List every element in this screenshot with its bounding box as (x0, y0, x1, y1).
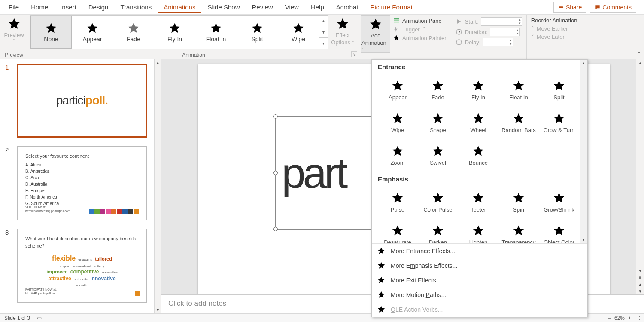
svg-rect-0 (394, 18, 399, 20)
effect-options-button[interactable]: Effect Options ˅ (328, 15, 357, 46)
slide2-option: D. Australia (25, 181, 139, 187)
logo-text: part (282, 148, 345, 198)
slide-thumbnail-2[interactable]: Select your favourite continent A. Afric… (17, 146, 147, 220)
comments-button[interactable]: Comments (590, 2, 636, 13)
menu-bar: File Home Insert Design Transitions Anim… (0, 0, 644, 15)
slide-thumbnail-panel: 1 participoll. 2 Select your favourite c… (0, 59, 161, 313)
zoom-in[interactable]: + (628, 315, 631, 321)
fit-window[interactable]: ⛶ (635, 315, 640, 321)
emphasis-color-pulse[interactable]: Color Pulse (418, 186, 458, 218)
thumb-number-2: 2 (5, 146, 13, 220)
resize-handle[interactable] (273, 227, 278, 231)
zoom-level[interactable]: 62% (614, 315, 625, 321)
emphasis-darken[interactable]: Darken (418, 219, 458, 243)
advanced-group-label (361, 53, 449, 60)
preview-group-label: Preview (2, 52, 26, 59)
entrance-fly-in[interactable]: Fly In (459, 74, 498, 106)
slide-thumbnail-3[interactable]: What word best describes our new company… (17, 229, 147, 303)
emphasis-transparency[interactable]: Transparency (499, 219, 538, 243)
slide2-option: A. Africa (25, 162, 139, 168)
animation-group-label: Animation (30, 52, 357, 59)
timing-duration[interactable]: Duration:▴▾ (456, 28, 522, 36)
entrance-bounce[interactable]: Bounce (459, 139, 498, 171)
entrance-split[interactable]: Split (539, 74, 579, 106)
zoom-out[interactable]: − (608, 315, 611, 321)
menu-slideshow[interactable]: Slide Show (201, 1, 246, 13)
entrance-appear[interactable]: Appear (378, 74, 417, 106)
dropdown-scrollbar[interactable]: ▲▼ (580, 60, 587, 243)
thumb-number-3: 3 (5, 229, 13, 303)
move-earlier-button[interactable]: ˄ Move Earlier (531, 25, 577, 32)
accessibility-icon[interactable]: ▭ (37, 315, 42, 321)
editor-scrollbar[interactable]: ▲▼ ≡▲▼ (636, 59, 644, 294)
animation-gallery[interactable]: None Appear Fade Fly In Float In Split W… (30, 15, 328, 49)
emphasis-object-color[interactable]: Object Color (539, 219, 579, 243)
anim-fade[interactable]: Fade (113, 16, 154, 49)
preview-button[interactable]: Preview˅ (2, 15, 26, 43)
more-more-entrance-effects-[interactable]: More Entrance Effects... (372, 244, 587, 258)
slide-thumbnail-1[interactable]: participoll. (17, 64, 147, 138)
menu-picture-format[interactable]: Picture Format (364, 1, 418, 13)
anim-appear[interactable]: Appear (72, 16, 113, 49)
timing-start[interactable]: Start:▴▾ (456, 17, 522, 26)
menu-transitions[interactable]: Transitions (114, 1, 158, 13)
entrance-float-in[interactable]: Float In (499, 74, 538, 106)
timing-delay[interactable]: Delay:▴▾ (456, 38, 522, 46)
entrance-fade[interactable]: Fade (418, 74, 458, 106)
menu-home[interactable]: Home (25, 1, 54, 13)
menu-insert[interactable]: Insert (54, 1, 82, 13)
entrance-random-bars[interactable]: Random Bars (499, 107, 538, 138)
entrance-shape[interactable]: Shape (418, 107, 458, 138)
trigger-button[interactable]: Trigger ˅ (393, 26, 447, 33)
anim-flyin[interactable]: Fly In (154, 16, 195, 49)
menu-animations[interactable]: Animations (158, 1, 201, 13)
entrance-wheel[interactable]: Wheel (459, 107, 498, 138)
slide2-option: F. North America (25, 194, 139, 200)
move-later-button[interactable]: ˅ Move Later (531, 34, 577, 40)
resize-handle[interactable] (273, 171, 278, 175)
menu-file[interactable]: File (3, 1, 25, 13)
animation-painter-button[interactable]: Animation Painter (393, 34, 447, 41)
share-button[interactable]: Share (553, 2, 586, 13)
more-more-motion-paths-[interactable]: More Motion Paths... (372, 288, 587, 302)
slide-indicator: Slide 1 of 3 (4, 315, 30, 321)
animation-dialog-launcher[interactable]: ↘ (351, 51, 357, 57)
entrance-wipe[interactable]: Wipe (378, 107, 417, 138)
collapse-ribbon-button[interactable]: ˄ (638, 51, 641, 58)
add-animation-button[interactable]: Add Animation ˅ (361, 15, 390, 53)
menu-design[interactable]: Design (82, 1, 115, 13)
menu-review[interactable]: Review (246, 1, 279, 13)
svg-rect-1 (394, 20, 399, 21)
anim-split[interactable]: Split (237, 16, 278, 49)
entrance-zoom[interactable]: Zoom (378, 139, 417, 171)
gallery-more-button[interactable]: ▲▼▾ (319, 16, 328, 49)
animation-pane-button[interactable]: Animation Pane (393, 17, 447, 24)
reorder-title: Reorder Animation (531, 17, 577, 24)
resize-handle[interactable] (273, 114, 278, 119)
emphasis-desaturate[interactable]: Desaturate (378, 219, 417, 243)
more-more-exit-effects-[interactable]: More Exit Effects... (372, 273, 587, 288)
svg-rect-2 (394, 22, 399, 23)
emphasis-teeter[interactable]: Teeter (459, 186, 498, 218)
menu-view[interactable]: View (279, 1, 305, 13)
entrance-section-title: Entrance (378, 63, 584, 71)
emphasis-lighten[interactable]: Lighten (459, 219, 498, 243)
thumbnail-scrollbar[interactable]: ▲▼ (154, 59, 161, 313)
anim-none[interactable]: None (30, 16, 72, 49)
thumb-number-1: 1 (5, 64, 13, 138)
emphasis-spin[interactable]: Spin (499, 186, 538, 218)
emphasis-grow-shrink[interactable]: Grow/Shrink (539, 186, 579, 218)
anim-wipe[interactable]: Wipe (278, 16, 319, 49)
anim-floatin[interactable]: Float In (195, 16, 237, 49)
entrance-swivel[interactable]: Swivel (418, 139, 458, 171)
add-animation-dropdown: Entrance AppearFadeFly InFloat InSplitWi… (371, 59, 588, 317)
menu-acrobat[interactable]: Acrobat (330, 1, 365, 13)
slide2-option: E. Europe (25, 187, 139, 194)
menu-help[interactable]: Help (305, 1, 330, 13)
more-ole-action-verbs-: OLE Action Verbs... (372, 302, 587, 317)
emphasis-pulse[interactable]: Pulse (378, 186, 417, 218)
more-more-emphasis-effects-[interactable]: More Emphasis Effects... (372, 258, 587, 273)
slide2-option: C. Asia (25, 175, 139, 181)
entrance-grow-turn[interactable]: Grow & Turn (539, 107, 579, 138)
emphasis-section-title: Emphasis (378, 175, 584, 183)
